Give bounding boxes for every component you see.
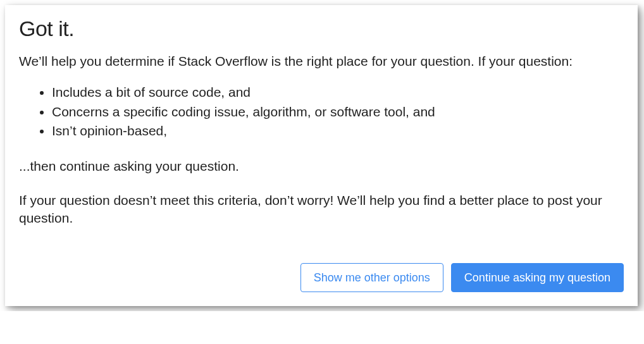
list-item: Concerns a specific coding issue, algori… [52, 102, 624, 121]
button-row: Show me other options Continue asking my… [19, 263, 624, 292]
dialog-title: Got it. [19, 16, 624, 41]
continue-asking-button[interactable]: Continue asking my question [451, 263, 624, 292]
intro-text: We’ll help you determine if Stack Overfl… [19, 52, 624, 70]
show-other-options-button[interactable]: Show me other options [300, 263, 443, 292]
criteria-list: Includes a bit of source code, and Conce… [19, 83, 624, 140]
list-item: Isn’t opinion-based, [52, 121, 624, 140]
question-guidance-dialog: Got it. We’ll help you determine if Stac… [5, 5, 638, 306]
continue-text: ...then continue asking your question. [19, 157, 624, 175]
fallback-text: If your question doesn’t meet this crite… [19, 192, 624, 228]
list-item: Includes a bit of source code, and [52, 83, 624, 102]
